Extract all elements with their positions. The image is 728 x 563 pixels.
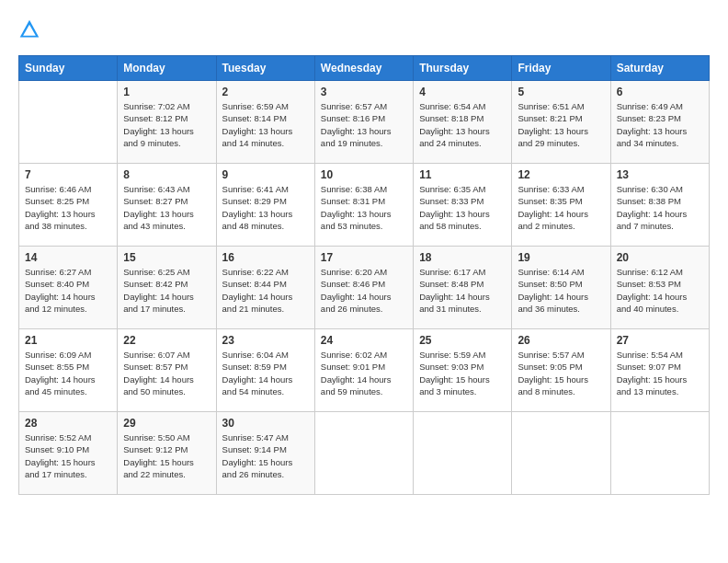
day-number: 14	[25, 251, 111, 264]
day-cell: 29Sunrise: 5:50 AM Sunset: 9:12 PM Dayli…	[118, 412, 216, 495]
day-cell: 30Sunrise: 5:47 AM Sunset: 9:14 PM Dayli…	[216, 412, 314, 495]
day-cell	[512, 412, 610, 495]
day-info: Sunrise: 6:57 AM Sunset: 8:16 PM Dayligh…	[321, 100, 407, 149]
day-cell: 18Sunrise: 6:17 AM Sunset: 8:48 PM Dayli…	[414, 247, 512, 329]
day-info: Sunrise: 6:46 AM Sunset: 8:25 PM Dayligh…	[25, 183, 111, 232]
week-row-2: 7Sunrise: 6:46 AM Sunset: 8:25 PM Daylig…	[19, 164, 710, 247]
logo-icon	[18, 18, 40, 40]
day-cell: 12Sunrise: 6:33 AM Sunset: 8:35 PM Dayli…	[512, 164, 610, 247]
day-cell: 13Sunrise: 6:30 AM Sunset: 8:38 PM Dayli…	[610, 164, 709, 247]
day-info: Sunrise: 5:59 AM Sunset: 9:03 PM Dayligh…	[419, 349, 506, 397]
day-info: Sunrise: 6:43 AM Sunset: 8:27 PM Dayligh…	[123, 183, 210, 232]
day-number: 10	[321, 168, 407, 181]
day-number: 12	[518, 168, 604, 181]
day-cell: 19Sunrise: 6:14 AM Sunset: 8:50 PM Dayli…	[512, 247, 610, 329]
day-info: Sunrise: 5:52 AM Sunset: 9:10 PM Dayligh…	[25, 431, 111, 480]
day-info: Sunrise: 6:07 AM Sunset: 8:57 PM Dayligh…	[123, 349, 210, 397]
day-info: Sunrise: 6:20 AM Sunset: 8:46 PM Dayligh…	[321, 266, 407, 315]
day-number: 18	[419, 251, 506, 264]
day-number: 17	[321, 251, 407, 264]
week-row-4: 21Sunrise: 6:09 AM Sunset: 8:55 PM Dayli…	[19, 329, 710, 412]
day-number: 27	[617, 334, 703, 347]
day-info: Sunrise: 6:33 AM Sunset: 8:35 PM Dayligh…	[518, 183, 604, 232]
day-cell: 5Sunrise: 6:51 AM Sunset: 8:21 PM Daylig…	[512, 81, 610, 164]
header-cell-saturday: Saturday	[610, 56, 709, 81]
day-cell: 17Sunrise: 6:20 AM Sunset: 8:46 PM Dayli…	[314, 247, 413, 329]
day-cell: 15Sunrise: 6:25 AM Sunset: 8:42 PM Dayli…	[118, 247, 216, 329]
day-cell: 6Sunrise: 6:49 AM Sunset: 8:23 PM Daylig…	[610, 81, 709, 164]
day-number: 26	[518, 334, 604, 347]
header-cell-thursday: Thursday	[414, 56, 512, 81]
header-cell-monday: Monday	[118, 56, 216, 81]
day-info: Sunrise: 6:02 AM Sunset: 9:01 PM Dayligh…	[321, 349, 407, 397]
day-number: 7	[25, 168, 111, 181]
calendar-table: SundayMondayTuesdayWednesdayThursdayFrid…	[18, 55, 710, 495]
day-number: 5	[518, 86, 604, 98]
day-cell	[19, 81, 118, 164]
day-number: 24	[321, 334, 407, 347]
day-cell: 28Sunrise: 5:52 AM Sunset: 9:10 PM Dayli…	[19, 412, 118, 495]
day-cell: 9Sunrise: 6:41 AM Sunset: 8:29 PM Daylig…	[216, 164, 314, 247]
header-cell-tuesday: Tuesday	[216, 56, 314, 81]
header-row: SundayMondayTuesdayWednesdayThursdayFrid…	[19, 56, 710, 81]
day-number: 15	[123, 251, 210, 264]
day-number: 25	[419, 334, 506, 347]
day-number: 28	[25, 417, 111, 430]
day-info: Sunrise: 6:25 AM Sunset: 8:42 PM Dayligh…	[123, 266, 210, 315]
day-info: Sunrise: 6:54 AM Sunset: 8:18 PM Dayligh…	[419, 100, 506, 149]
day-cell: 25Sunrise: 5:59 AM Sunset: 9:03 PM Dayli…	[414, 329, 512, 412]
week-row-3: 14Sunrise: 6:27 AM Sunset: 8:40 PM Dayli…	[19, 247, 710, 329]
day-number: 23	[222, 334, 309, 347]
day-number: 22	[123, 334, 210, 347]
day-number: 19	[518, 251, 604, 264]
day-info: Sunrise: 6:17 AM Sunset: 8:48 PM Dayligh…	[419, 266, 506, 315]
day-cell: 21Sunrise: 6:09 AM Sunset: 8:55 PM Dayli…	[19, 329, 118, 412]
day-info: Sunrise: 5:57 AM Sunset: 9:05 PM Dayligh…	[518, 349, 604, 397]
day-info: Sunrise: 6:35 AM Sunset: 8:33 PM Dayligh…	[419, 183, 506, 232]
header-cell-friday: Friday	[512, 56, 610, 81]
day-info: Sunrise: 6:38 AM Sunset: 8:31 PM Dayligh…	[321, 183, 407, 232]
day-number: 4	[419, 86, 506, 98]
day-cell	[610, 412, 709, 495]
day-info: Sunrise: 6:22 AM Sunset: 8:44 PM Dayligh…	[222, 266, 309, 315]
day-cell: 2Sunrise: 6:59 AM Sunset: 8:14 PM Daylig…	[216, 81, 314, 164]
day-info: Sunrise: 7:02 AM Sunset: 8:12 PM Dayligh…	[123, 100, 210, 149]
day-info: Sunrise: 6:41 AM Sunset: 8:29 PM Dayligh…	[222, 183, 309, 232]
day-info: Sunrise: 6:27 AM Sunset: 8:40 PM Dayligh…	[25, 266, 111, 315]
day-cell	[414, 412, 512, 495]
day-info: Sunrise: 6:59 AM Sunset: 8:14 PM Dayligh…	[222, 100, 309, 149]
week-row-5: 28Sunrise: 5:52 AM Sunset: 9:10 PM Dayli…	[19, 412, 710, 495]
day-info: Sunrise: 6:51 AM Sunset: 8:21 PM Dayligh…	[518, 100, 604, 149]
day-cell: 14Sunrise: 6:27 AM Sunset: 8:40 PM Dayli…	[19, 247, 118, 329]
day-info: Sunrise: 6:12 AM Sunset: 8:53 PM Dayligh…	[617, 266, 703, 315]
day-number: 8	[123, 168, 210, 181]
day-cell: 20Sunrise: 6:12 AM Sunset: 8:53 PM Dayli…	[610, 247, 709, 329]
day-info: Sunrise: 5:47 AM Sunset: 9:14 PM Dayligh…	[222, 431, 309, 480]
day-number: 9	[222, 168, 309, 181]
page-header	[18, 18, 710, 40]
day-cell: 23Sunrise: 6:04 AM Sunset: 8:59 PM Dayli…	[216, 329, 314, 412]
day-info: Sunrise: 6:30 AM Sunset: 8:38 PM Dayligh…	[617, 183, 703, 232]
day-cell: 16Sunrise: 6:22 AM Sunset: 8:44 PM Dayli…	[216, 247, 314, 329]
day-cell: 1Sunrise: 7:02 AM Sunset: 8:12 PM Daylig…	[118, 81, 216, 164]
day-cell: 10Sunrise: 6:38 AM Sunset: 8:31 PM Dayli…	[314, 164, 413, 247]
day-number: 1	[123, 86, 210, 98]
day-number: 2	[222, 86, 309, 98]
day-info: Sunrise: 6:04 AM Sunset: 8:59 PM Dayligh…	[222, 349, 309, 397]
day-number: 29	[123, 417, 210, 430]
day-number: 30	[222, 417, 309, 430]
day-cell: 11Sunrise: 6:35 AM Sunset: 8:33 PM Dayli…	[414, 164, 512, 247]
day-cell: 26Sunrise: 5:57 AM Sunset: 9:05 PM Dayli…	[512, 329, 610, 412]
day-cell: 27Sunrise: 5:54 AM Sunset: 9:07 PM Dayli…	[610, 329, 709, 412]
header-cell-sunday: Sunday	[19, 56, 118, 81]
day-number: 13	[617, 168, 703, 181]
day-info: Sunrise: 5:50 AM Sunset: 9:12 PM Dayligh…	[123, 431, 210, 480]
day-info: Sunrise: 6:09 AM Sunset: 8:55 PM Dayligh…	[25, 349, 111, 397]
day-info: Sunrise: 6:14 AM Sunset: 8:50 PM Dayligh…	[518, 266, 604, 315]
day-info: Sunrise: 5:54 AM Sunset: 9:07 PM Dayligh…	[617, 349, 703, 397]
day-number: 20	[617, 251, 703, 264]
day-cell: 4Sunrise: 6:54 AM Sunset: 8:18 PM Daylig…	[414, 81, 512, 164]
header-cell-wednesday: Wednesday	[314, 56, 413, 81]
day-number: 11	[419, 168, 506, 181]
day-cell: 8Sunrise: 6:43 AM Sunset: 8:27 PM Daylig…	[118, 164, 216, 247]
